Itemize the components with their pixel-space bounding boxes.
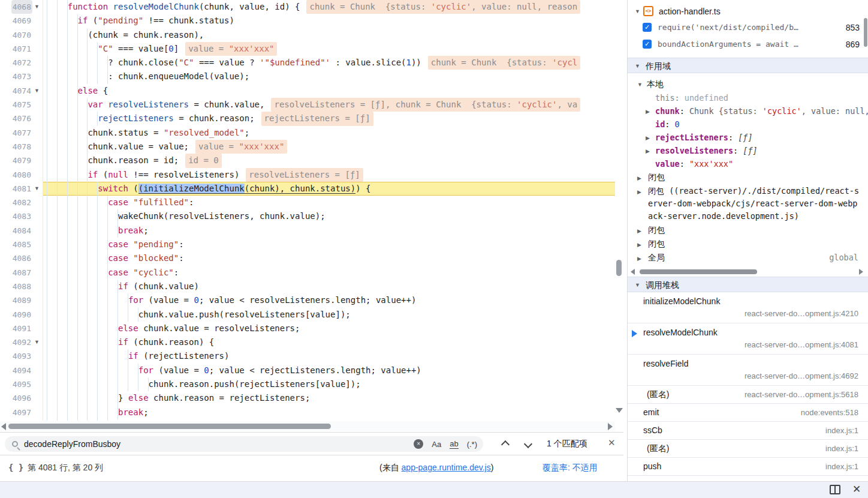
chevron-right-icon[interactable]: ▶ [637, 172, 641, 185]
line-number[interactable]: 4085 [11, 238, 32, 251]
line-number[interactable]: 4094 [11, 364, 32, 377]
code-text[interactable]: (chunk = chunk.reason), [43, 28, 615, 42]
line-number[interactable]: 4076 [11, 112, 32, 125]
scope-variable[interactable]: id: 0 [628, 118, 868, 131]
line-number[interactable]: 4071 [11, 42, 32, 56]
line-number-gutter[interactable]: 4071 [0, 42, 43, 56]
chevron-down-icon[interactable]: ▼ [635, 58, 640, 74]
line-number-gutter[interactable]: 4097 [0, 406, 43, 419]
line-number-gutter[interactable]: 4096 [0, 391, 43, 405]
dock-side-icon[interactable] [830, 485, 840, 494]
line-number[interactable]: 4079 [11, 154, 32, 167]
code-line[interactable]: 4070(chunk = chunk.reason), [0, 28, 615, 42]
code-text[interactable]: wakeChunk(resolveListeners, chunk.value)… [43, 209, 615, 223]
callstack-frame[interactable]: emitnode:events:518 [628, 404, 868, 422]
frame-location[interactable]: react-server-do…opment.js:4081 [643, 339, 858, 351]
line-number[interactable]: 4093 [11, 349, 32, 363]
line-number[interactable]: 4090 [11, 308, 32, 322]
line-number[interactable]: 4069 [11, 14, 32, 28]
match-case-button[interactable]: Aa [432, 440, 441, 449]
code-line[interactable]: 4075var resolveListeners = chunk.value,r… [0, 98, 615, 112]
code-line[interactable]: 4097break; [0, 406, 615, 419]
line-number-gutter[interactable]: 4070 [0, 28, 43, 42]
pretty-print-icon[interactable]: { } [8, 463, 23, 472]
breakpoint-file-group[interactable]: ▼ <> action-handler.ts [628, 4, 868, 19]
scope-variable[interactable]: ▶rejectListeners: [ƒ] [628, 131, 868, 144]
code-line[interactable]: 4095chunk.reason.push(rejectListeners[va… [0, 377, 615, 391]
line-number-gutter[interactable]: 4080 [0, 168, 43, 182]
frame-location[interactable]: index.js:1 [825, 440, 858, 458]
fold-arrow-icon[interactable]: ▼ [32, 84, 41, 98]
line-number-gutter[interactable]: 4077 [0, 126, 43, 140]
code-line[interactable]: 4091else chunk.value = resolveListeners; [0, 322, 615, 335]
scope-group-local[interactable]: ▼本地 [628, 77, 868, 91]
fold-arrow-icon[interactable]: ▼ [32, 182, 41, 196]
code-text[interactable]: : chunk.enqueueModel(value); [43, 70, 615, 83]
code-text[interactable]: if (chunk.reason) { [43, 335, 615, 349]
code-line[interactable]: 4079chunk.reason = id;id = 0 [0, 154, 615, 167]
line-number[interactable]: 4086 [11, 251, 32, 265]
vertical-scrollbar[interactable] [615, 0, 623, 421]
callstack-frame[interactable]: ssCbindex.js:1 [628, 422, 868, 440]
line-number-gutter[interactable]: 4068▼ [0, 0, 43, 14]
scroll-down-arrow-icon[interactable] [616, 408, 623, 413]
line-number[interactable]: 4081 [11, 182, 32, 196]
scope-group-closure[interactable]: ▶闭包 [628, 237, 868, 251]
scope-group-closure[interactable]: ▶闭包 ((react-server)/./dist/compiled/reac… [628, 184, 868, 223]
line-number[interactable]: 4095 [11, 377, 32, 391]
line-number[interactable]: 4073 [11, 70, 32, 83]
code-line[interactable]: 4089for (value = 0; value < resolveListe… [0, 293, 615, 307]
code-line[interactable]: 4086case "blocked": [0, 251, 615, 265]
execution-line[interactable]: 4081▼switch ((initializeModelChunk(chunk… [0, 182, 615, 196]
code-text[interactable]: chunk.reason = id;id = 0 [43, 154, 615, 167]
line-number-gutter[interactable]: 4078 [0, 140, 43, 154]
line-number[interactable]: 4096 [11, 391, 32, 405]
line-number-gutter[interactable]: 4079 [0, 154, 43, 167]
scope-group-closure[interactable]: ▶全局global [628, 251, 868, 265]
line-number[interactable]: 4082 [11, 196, 32, 209]
scope-group-closure[interactable]: ▶闭包 [628, 223, 868, 237]
line-number[interactable]: 4087 [11, 266, 32, 280]
line-number[interactable]: 4077 [11, 126, 32, 140]
line-number-gutter[interactable]: 4087 [0, 266, 43, 280]
frame-location[interactable]: index.js:1 [825, 422, 858, 440]
code-text[interactable]: } else chunk.reason = rejectListeners; [43, 391, 615, 405]
frame-location[interactable]: react-server-do…opment.js:4692 [643, 370, 858, 382]
code-line[interactable]: 4068▼function resolveModelChunk(chunk, v… [0, 0, 615, 14]
callstack-frame[interactable]: resolveModelChunkreact-server-do…opment.… [628, 323, 868, 355]
horizontal-scrollbar[interactable] [0, 421, 615, 431]
code-text[interactable]: for (value = 0; value < rejectListeners.… [43, 364, 615, 377]
code-line[interactable]: 4071"C" === value[0]value = "xxx'xxx" [0, 42, 615, 56]
code-line[interactable]: 4069if ("pending" !== chunk.status) [0, 14, 615, 28]
previous-match-button[interactable] [501, 439, 510, 448]
code-line[interactable]: 4093if (rejectListeners) [0, 349, 615, 363]
line-number-gutter[interactable]: 4069 [0, 14, 43, 28]
code-line[interactable]: 4085case "pending": [0, 238, 615, 251]
code-text[interactable]: case "blocked": [43, 251, 615, 265]
line-number[interactable]: 4091 [11, 322, 32, 335]
scope-group-closure[interactable]: ▶闭包 [628, 170, 868, 184]
code-line[interactable]: 4084break; [0, 224, 615, 238]
code-text[interactable]: chunk.status = "resolved_model"; [43, 126, 615, 140]
line-number-gutter[interactable]: 4089 [0, 293, 43, 307]
code-line[interactable]: 4094for (value = 0; value < rejectListen… [0, 364, 615, 377]
code-text[interactable]: function resolveModelChunk(chunk, value,… [43, 0, 615, 14]
clear-search-icon[interactable]: × [414, 439, 423, 449]
code-text[interactable]: if (rejectListeners) [43, 349, 615, 363]
code-line[interactable]: 4096} else chunk.reason = rejectListener… [0, 391, 615, 405]
line-number[interactable]: 4072 [11, 56, 32, 70]
code-text[interactable]: if ("pending" !== chunk.status) [43, 14, 615, 28]
code-line[interactable]: 4073: chunk.enqueueModel(value); [0, 70, 615, 83]
code-text[interactable]: else { [43, 84, 615, 98]
line-number-gutter[interactable]: 4074▼ [0, 84, 43, 98]
code-text[interactable]: ? chunk.close("C" === value ? '"$undefin… [43, 56, 615, 70]
line-number-gutter[interactable]: 4072 [0, 56, 43, 70]
scope-variable[interactable]: ▶chunk: Chunk {status: 'cyclic', value: … [628, 104, 868, 118]
fold-arrow-icon[interactable]: ▼ [32, 0, 41, 14]
line-number[interactable]: 4068 [11, 0, 32, 14]
code-line[interactable]: 4098case "resolved_mo [0, 419, 615, 421]
code-text[interactable]: chunk.value.push(resolveListeners[value]… [43, 308, 615, 322]
line-number-gutter[interactable]: 4095 [0, 377, 43, 391]
code-line[interactable]: 4072? chunk.close("C" === value ? '"$und… [0, 56, 615, 70]
chevron-right-icon[interactable]: ▶ [637, 225, 641, 238]
